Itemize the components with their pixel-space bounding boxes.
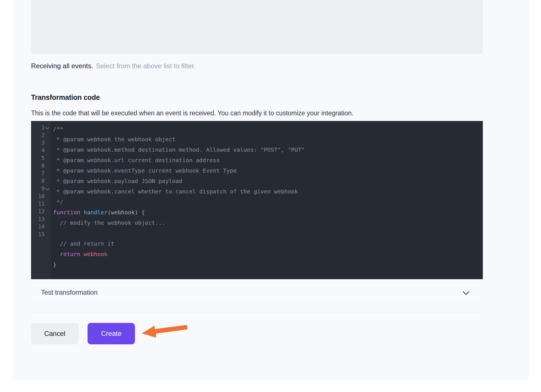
editor-gutter: 123456789101112131415 [31, 121, 51, 279]
code-line[interactable]: function handler(webhook) { [53, 207, 483, 218]
test-transformation-toggle[interactable]: Test transformation [31, 283, 483, 302]
code-line[interactable]: * @param webhook.payload JSON payload [53, 176, 483, 186]
code-line[interactable] [53, 228, 483, 239]
code-line[interactable]: * @param webhook.cancel whether to cance… [53, 186, 483, 197]
line-number: 3 [31, 139, 51, 147]
code-line[interactable]: * @param webhook.eventType current webho… [53, 166, 483, 176]
transformation-code-title: Transformation code [31, 93, 100, 102]
transformation-code-description: This is the code that will be executed w… [31, 109, 354, 117]
status-text: Receiving all events. [31, 62, 93, 70]
line-number: 10 [31, 192, 51, 200]
editor-code: /** * @param webhook the webhook object … [53, 124, 483, 270]
code-line[interactable]: * @param webhook the webhook object [53, 134, 483, 145]
create-button[interactable]: Create [88, 323, 135, 344]
line-number: 6 [31, 162, 51, 169]
divider [31, 312, 483, 313]
cancel-button[interactable]: Cancel [31, 323, 78, 344]
arrow-shape [142, 325, 187, 338]
line-number: 4 [31, 147, 51, 154]
code-line[interactable]: return webhook [53, 249, 483, 259]
code-editor[interactable]: 123456789101112131415 /** * @param webho… [31, 121, 483, 279]
chevron-down-icon [463, 289, 469, 296]
content-card: Receiving all events.Select from the abo… [13, 0, 529, 381]
code-line[interactable]: * @param webhook.method destination meth… [53, 145, 483, 155]
test-transformation-label: Test transformation [41, 289, 97, 296]
code-line[interactable]: // and return it [53, 239, 483, 249]
event-filter-panel[interactable] [31, 0, 483, 54]
line-number: 12 [31, 208, 51, 215]
annotation-arrow-icon [140, 323, 191, 340]
line-number: 11 [31, 200, 51, 208]
line-number: 14 [31, 223, 51, 230]
line-number: 13 [31, 215, 51, 223]
page: Receiving all events.Select from the abo… [0, 0, 541, 392]
line-number: 5 [31, 154, 51, 162]
code-line[interactable]: // modify the webhook object... [53, 218, 483, 228]
line-number: 8 [31, 177, 51, 185]
code-line[interactable]: */ [53, 197, 483, 207]
event-filter-status: Receiving all events.Select from the abo… [31, 61, 196, 71]
status-hint-text: Select from the above list to filter. [96, 62, 196, 70]
line-number: 2 [31, 131, 51, 139]
line-number: 15 [31, 230, 51, 238]
line-number: 7 [31, 169, 51, 177]
code-line[interactable]: /** [53, 124, 483, 134]
code-line[interactable]: } [53, 259, 483, 270]
code-line[interactable]: * @param webhook.url current destination… [53, 155, 483, 166]
